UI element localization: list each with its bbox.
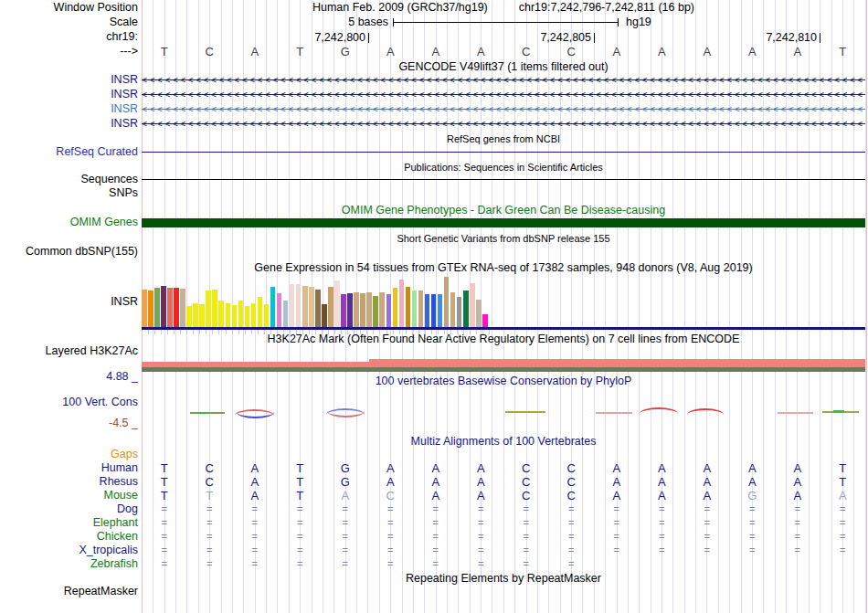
gtex-tissue-bar[interactable]	[206, 291, 211, 327]
multiz-alignment-row[interactable]: ================	[142, 516, 865, 530]
h3k27ac-base-band[interactable]	[142, 367, 865, 372]
gtex-tissue-bar[interactable]	[148, 291, 153, 327]
gtex-tissue-bar[interactable]	[232, 305, 238, 327]
gtex-tissue-bar[interactable]	[360, 293, 365, 327]
multiz-alignment-row[interactable]: TCATGAAACCAAAAAT	[142, 461, 865, 475]
multiz-alignment-row[interactable]: TCATGAAACCAAAAAT	[142, 475, 865, 489]
gtex-tissue-bar[interactable]	[277, 293, 282, 327]
refseq-curated-label[interactable]: RefSeq Curated	[0, 145, 138, 159]
multiz-alignment-row[interactable]: ==========	[142, 557, 865, 571]
gtex-tissue-bar[interactable]	[482, 314, 488, 327]
gtex-tissue-bar[interactable]	[174, 288, 179, 327]
gencode-transcript-arrows[interactable]: <<<<<<<<<<<<<<<<<<<<<<<<<<<<<<<<<<<<<<<<…	[142, 88, 865, 101]
gtex-tissue-bar[interactable]	[167, 288, 173, 327]
gtex-tissue-bar[interactable]	[412, 291, 418, 327]
gtex-tissue-bar[interactable]	[386, 294, 392, 327]
refseq-line[interactable]	[142, 152, 865, 153]
gencode-transcript-label[interactable]: INSR	[0, 88, 138, 101]
gtex-tissue-bar[interactable]	[366, 292, 372, 328]
gencode-transcript-label[interactable]: INSR	[0, 102, 138, 116]
multiz-species-label[interactable]: Gaps	[0, 448, 138, 461]
multiz-species-label[interactable]: Zebrafish	[0, 557, 138, 571]
gtex-tissue-bar[interactable]	[334, 280, 340, 327]
gtex-tissue-bar[interactable]	[161, 286, 166, 327]
gtex-tissue-bar[interactable]	[315, 290, 321, 327]
gencode-transcript-label[interactable]: INSR	[0, 117, 138, 131]
alignment-base-cell: A	[431, 475, 439, 489]
h3k27ac-band-high[interactable]	[369, 359, 865, 367]
multiz-alignment-row[interactable]	[142, 448, 865, 461]
gtex-tissue-bar[interactable]	[245, 306, 250, 327]
gtex-tissue-bar[interactable]	[354, 292, 359, 328]
gtex-tissue-bar[interactable]	[296, 284, 302, 327]
gtex-tissue-bar[interactable]	[322, 304, 327, 327]
layered-h3k27ac-label[interactable]: Layered H3K27Ac	[0, 344, 138, 358]
gtex-tissue-bar[interactable]	[283, 301, 289, 327]
gtex-bar-chart[interactable]	[142, 277, 490, 327]
gtex-tissue-bar[interactable]	[406, 287, 411, 327]
gtex-tissue-bar[interactable]	[425, 294, 430, 327]
gtex-tissue-bar[interactable]	[328, 287, 333, 327]
gtex-gene-label[interactable]: INSR	[0, 295, 138, 309]
multiz-alignment-row[interactable]: ================	[142, 544, 865, 557]
multiz-species-label[interactable]: Mouse	[0, 489, 138, 502]
gtex-tissue-bar[interactable]	[218, 301, 224, 327]
gtex-tissue-bar[interactable]	[154, 288, 160, 328]
gtex-tissue-bar[interactable]	[226, 303, 231, 327]
gtex-tissue-bar[interactable]	[238, 301, 244, 327]
gtex-tissue-bar[interactable]	[309, 287, 314, 327]
gtex-tissue-bar[interactable]	[457, 297, 462, 327]
gtex-tissue-bar[interactable]	[438, 294, 443, 327]
window-title: Human Feb. 2009 (GRCh37/hg19) chr19:7,24…	[142, 1, 865, 15]
sequences-line[interactable]	[142, 179, 865, 180]
gtex-tissue-bar[interactable]	[341, 294, 346, 327]
gtex-tissue-bar[interactable]	[470, 283, 475, 327]
gtex-tissue-bar[interactable]	[290, 284, 295, 327]
gtex-tissue-bar[interactable]	[264, 304, 270, 327]
gtex-tissue-bar[interactable]	[270, 287, 276, 327]
alignment-base-cell: A	[748, 475, 757, 489]
common-dbsnp-label[interactable]: Common dbSNP(155)	[0, 245, 138, 259]
gtex-tissue-bar[interactable]	[399, 280, 405, 327]
gencode-transcript-arrows[interactable]: <<<<<<<<<<<<<<<<<<<<<<<<<<<<<<<<<<<<<<<<…	[142, 73, 865, 87]
repeatmasker-label[interactable]: RepeatMasker	[0, 585, 138, 598]
gtex-tissue-bar[interactable]	[450, 292, 456, 328]
gtex-tissue-bar[interactable]	[393, 288, 398, 327]
multiz-alignment-row[interactable]: ================	[142, 502, 865, 516]
multiz-alignment-row[interactable]: TTATACAACCAAAGAA	[142, 489, 865, 502]
gtex-tissue-bar[interactable]	[142, 290, 147, 327]
multiz-species-label[interactable]: Rhesus	[0, 475, 138, 489]
gencode-transcript-arrows[interactable]: <<<<<<<<<<<<<<<<<<<<<<<<<<<<<<<<<<<<<<<<…	[142, 102, 865, 116]
multiz-species-label[interactable]: Dog	[0, 502, 138, 516]
gtex-tissue-bar[interactable]	[212, 290, 217, 327]
publications-title: Publications: Sequences in Scientific Ar…	[142, 161, 865, 174]
omim-genes-label[interactable]: OMIM Genes	[0, 216, 138, 229]
gencode-transcript-label[interactable]: INSR	[0, 73, 138, 87]
gtex-tissue-bar[interactable]	[379, 292, 385, 328]
multiz-species-label[interactable]: X_tropicalis	[0, 544, 138, 557]
assembly-title: Human Feb. 2009 (GRCh37/hg19)	[312, 1, 488, 15]
sequences-label[interactable]: Sequences	[0, 173, 138, 186]
gtex-tissue-bar[interactable]	[431, 294, 437, 327]
multiz-species-label[interactable]: Chicken	[0, 530, 138, 544]
multiz-alignment-row[interactable]: ================	[142, 530, 865, 544]
gtex-tissue-bar[interactable]	[444, 277, 450, 327]
gtex-tissue-bar[interactable]	[476, 300, 482, 327]
snps-label[interactable]: SNPs	[0, 186, 138, 200]
gtex-tissue-bar[interactable]	[418, 291, 424, 327]
gtex-tissue-bar[interactable]	[347, 293, 353, 327]
gencode-transcript-arrows[interactable]: <<<<<<<<<<<<<<<<<<<<<<<<<<<<<<<<<<<<<<<<…	[142, 117, 865, 131]
gtex-tissue-bar[interactable]	[302, 286, 308, 327]
multiz-species-label[interactable]: Elephant	[0, 516, 138, 530]
multiz-species-label[interactable]: Human	[0, 461, 138, 475]
gtex-tissue-bar[interactable]	[463, 291, 469, 327]
gtex-tissue-bar[interactable]	[373, 296, 378, 327]
gtex-tissue-bar[interactable]	[258, 297, 263, 327]
gtex-tissue-bar[interactable]	[251, 303, 257, 327]
gtex-tissue-bar[interactable]	[199, 304, 205, 327]
omim-gene-bar[interactable]	[142, 218, 865, 227]
gtex-tissue-bar[interactable]	[180, 289, 185, 327]
gtex-tissue-bar[interactable]	[193, 303, 198, 327]
alignment-base-cell: A	[658, 461, 666, 475]
gtex-tissue-bar[interactable]	[186, 306, 192, 327]
